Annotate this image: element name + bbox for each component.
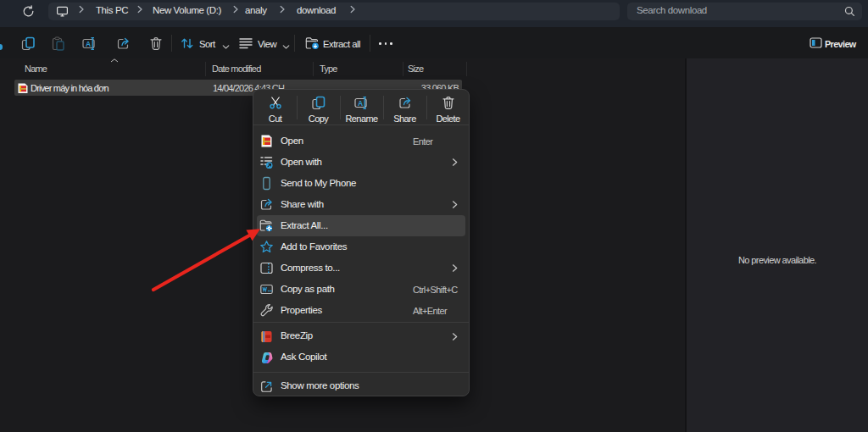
svg-text:A: A [86,40,91,48]
svg-text:A: A [358,99,363,108]
